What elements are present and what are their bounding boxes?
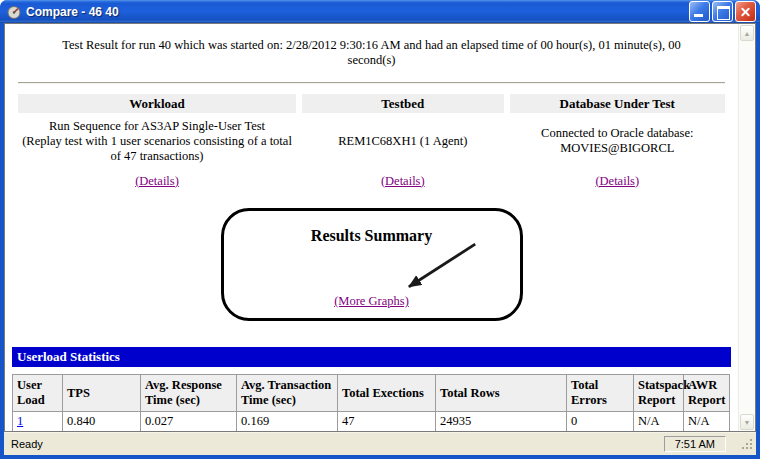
results-summary-title: Results Summary	[224, 227, 520, 245]
info-links-row: (Details) (Details) (Details)	[18, 169, 725, 193]
info-table: Workload Testbed Database Under Test Run…	[12, 94, 731, 193]
userload-statistics-table: User Load TPS Avg. Response Time (sec) A…	[12, 374, 730, 431]
workload-details-link[interactable]: (Details)	[135, 174, 179, 188]
cell-total-rows: 24935	[436, 412, 567, 432]
col-awr-report: AWR Report	[684, 375, 730, 412]
workload-line-1: Run Sequence for AS3AP Single-User Test	[22, 119, 292, 134]
status-text: Ready	[11, 438, 664, 450]
window-title: Compare - 46 40	[26, 5, 689, 19]
app-icon	[6, 4, 22, 20]
cell-avg-transaction-time: 0.169	[237, 412, 338, 432]
more-graphs-link[interactable]: (More Graphs)	[224, 294, 520, 309]
scroll-down-button chevron-down-icon[interactable]	[740, 414, 754, 430]
window-frame: Test Result for run 40 which was started…	[4, 23, 756, 455]
col-total-errors: Total Errors	[567, 375, 634, 412]
results-summary-box: Results Summary (More Graphs)	[221, 208, 523, 321]
window-controls	[689, 1, 756, 22]
col-statspack-report: Statspack Report	[634, 375, 684, 412]
test-result-summary-line: Test Result for run 40 which was started…	[42, 38, 701, 68]
info-header-testbed: Testbed	[302, 94, 504, 113]
report-content: Test Result for run 40 which was started…	[5, 24, 738, 431]
titlebar[interactable]: Compare - 46 40	[0, 0, 760, 23]
status-time: 7:51 AM	[664, 436, 726, 452]
cell-tps: 0.840	[63, 412, 141, 432]
resize-grip[interactable]	[740, 436, 754, 452]
database-description: Connected to Oracle database: MOVIES@BIG…	[510, 113, 725, 169]
info-header-workload: Workload	[18, 94, 296, 113]
testbed-line-1: REM1C68XH1 (1 Agent)	[306, 134, 500, 149]
cell-statspack-report: N/A	[634, 412, 684, 432]
status-bar: Ready 7:51 AM	[4, 432, 756, 455]
testbed-details-link[interactable]: (Details)	[381, 174, 425, 188]
cell-awr-report: N/A	[684, 412, 730, 432]
col-avg-transaction-time: Avg. Transaction Time (sec)	[237, 375, 338, 412]
cell-total-errors: 0	[567, 412, 634, 432]
col-user-load: User Load	[13, 375, 63, 412]
workload-line-2: (Replay test with 1 user scenarios consi…	[22, 134, 292, 164]
col-avg-response-time: Avg. Response Time (sec)	[141, 375, 237, 412]
minimize-button[interactable]	[689, 1, 710, 22]
col-total-rows: Total Rows	[436, 375, 567, 412]
info-header-database: Database Under Test	[510, 94, 725, 113]
scroll-up-button chevron-up-icon[interactable]	[740, 25, 754, 41]
info-body-row: Run Sequence for AS3AP Single-User Test …	[18, 113, 725, 169]
window-body: Test Result for run 40 which was started…	[4, 23, 756, 432]
testbed-description: REM1C68XH1 (1 Agent)	[302, 113, 504, 169]
close-button[interactable]	[735, 1, 756, 22]
vertical-scrollbar[interactable]	[738, 24, 755, 431]
user-load-link[interactable]: 1	[17, 414, 23, 428]
col-tps: TPS	[63, 375, 141, 412]
cell-total-executions: 47	[338, 412, 436, 432]
stats-data-row: 1 0.840 0.027 0.169 47 24935 0 N/A N/A	[13, 412, 730, 432]
info-header-row: Workload Testbed Database Under Test	[18, 94, 725, 113]
database-details-link[interactable]: (Details)	[595, 174, 639, 188]
database-line-2: MOVIES@BIGORCL	[514, 141, 721, 156]
database-line-1: Connected to Oracle database:	[514, 126, 721, 141]
userload-statistics-header: Userload Statistics	[12, 347, 731, 367]
cell-avg-response-time: 0.027	[141, 412, 237, 432]
horizontal-divider	[18, 82, 725, 84]
col-total-executions: Total Exections	[338, 375, 436, 412]
app-window: Compare - 46 40 Test Result for run 40 w…	[0, 0, 760, 459]
workload-description: Run Sequence for AS3AP Single-User Test …	[18, 113, 296, 169]
stats-header-row: User Load TPS Avg. Response Time (sec) A…	[13, 375, 730, 412]
maximize-button[interactable]	[712, 1, 733, 22]
